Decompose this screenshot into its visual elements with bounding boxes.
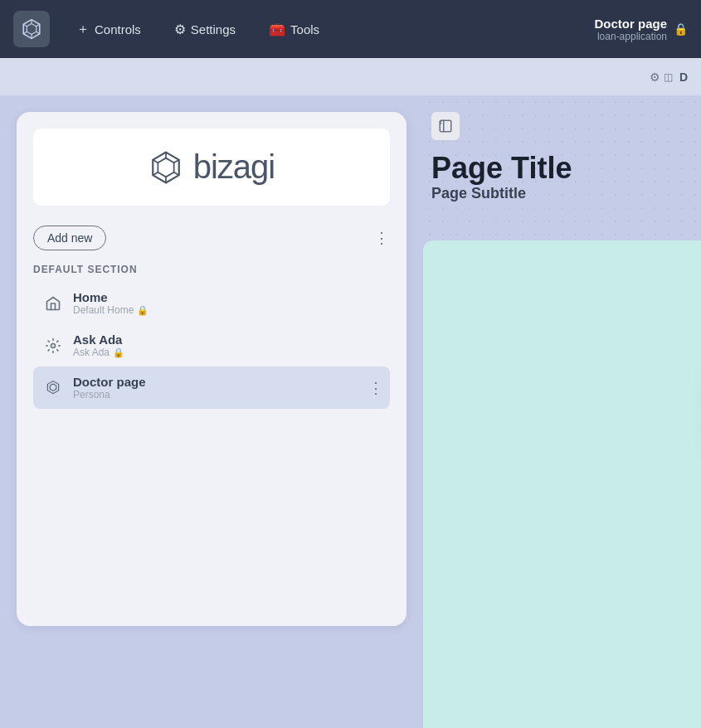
askada-icon <box>43 336 63 356</box>
collapse-button[interactable] <box>431 112 460 140</box>
nav-list-item-doctorpage[interactable]: Doctor page Persona ⋮ <box>33 366 390 409</box>
tools-nav-item[interactable]: 🧰 Tools <box>256 15 333 44</box>
sub-header-icons: ⚙ ◫ D <box>650 70 688 84</box>
page-info: Doctor page loan-application <box>594 17 667 42</box>
right-panel: Page Title Page Subtitle Page settings D… <box>423 95 701 728</box>
preview-page-title: Page Title Page Subtitle <box>431 152 572 202</box>
app-logo <box>13 11 50 47</box>
user-avatar-initial: D <box>679 70 688 84</box>
svg-rect-19 <box>440 120 451 132</box>
doctorpage-item-text: Doctor page Persona <box>73 375 358 400</box>
controls-label: Controls <box>95 22 141 36</box>
controls-nav-item[interactable]: ＋ Controls <box>63 14 154 45</box>
navbar-page-subtitle: loan-application <box>594 31 667 42</box>
preview-big-title: Page Title <box>431 152 572 185</box>
nav-list-item-askada[interactable]: Ask Ada Ask Ada 🔒 <box>33 324 390 366</box>
home-item-subtitle: Default Home 🔒 <box>73 304 383 316</box>
navbar-right: Doctor page loan-application 🔒 <box>594 17 688 42</box>
settings-icon: ⚙ <box>174 22 186 37</box>
lock-icon: 🔒 <box>674 22 688 36</box>
left-panel: bizagi Add new ⋮ DEFAULT SECTION <box>0 95 423 728</box>
navbar: ＋ Controls ⚙ Settings 🧰 Tools Doctor pag… <box>0 0 701 58</box>
section-label: DEFAULT SECTION <box>33 264 390 275</box>
askada-item-name: Ask Ada <box>73 332 383 347</box>
gear-small-icon[interactable]: ⚙ <box>650 70 660 84</box>
home-icon <box>43 294 63 313</box>
home-item-name: Home <box>73 290 383 304</box>
panel-card: bizagi Add new ⋮ DEFAULT SECTION <box>17 112 406 626</box>
svg-marker-9 <box>158 158 173 177</box>
doctorpage-more-button[interactable]: ⋮ <box>368 379 383 397</box>
svg-point-16 <box>51 343 56 347</box>
logo-area: bizagi <box>33 129 390 206</box>
bizagi-logo: bizagi <box>148 148 275 186</box>
svg-marker-18 <box>50 384 56 391</box>
tree-icon: ◫ <box>664 71 673 83</box>
controls-icon: ＋ <box>76 21 90 38</box>
sub-header: ⚙ ◫ D <box>0 58 701 95</box>
askada-item-subtitle: Ask Ada 🔒 <box>73 347 383 358</box>
add-new-button[interactable]: Add new <box>33 226 106 250</box>
navbar-page-title: Doctor page <box>594 17 667 31</box>
doctorpage-item-subtitle: Persona <box>73 389 358 400</box>
settings-nav-item[interactable]: ⚙ Settings <box>161 15 249 44</box>
doctorpage-item-name: Doctor page <box>73 375 358 389</box>
bizagi-text: bizagi <box>193 148 275 186</box>
settings-label: Settings <box>191 22 236 36</box>
askada-item-text: Ask Ada Ask Ada 🔒 <box>73 332 383 358</box>
preview-big-subtitle: Page Subtitle <box>431 185 572 202</box>
tools-label: Tools <box>290 22 319 36</box>
svg-marker-1 <box>27 24 36 35</box>
tools-icon: 🧰 <box>269 22 285 37</box>
svg-marker-17 <box>47 381 58 393</box>
home-lock-icon: 🔒 <box>137 305 148 316</box>
add-new-row: Add new ⋮ <box>33 226 390 250</box>
doctorpage-icon <box>43 378 63 398</box>
more-options-button[interactable]: ⋮ <box>374 229 390 247</box>
nav-list-item-home[interactable]: Home Default Home 🔒 <box>33 282 390 324</box>
askada-lock-icon: 🔒 <box>113 347 124 358</box>
main-content: bizagi Add new ⋮ DEFAULT SECTION <box>0 95 701 728</box>
teal-content-area <box>423 240 701 728</box>
home-item-text: Home Default Home 🔒 <box>73 290 383 316</box>
